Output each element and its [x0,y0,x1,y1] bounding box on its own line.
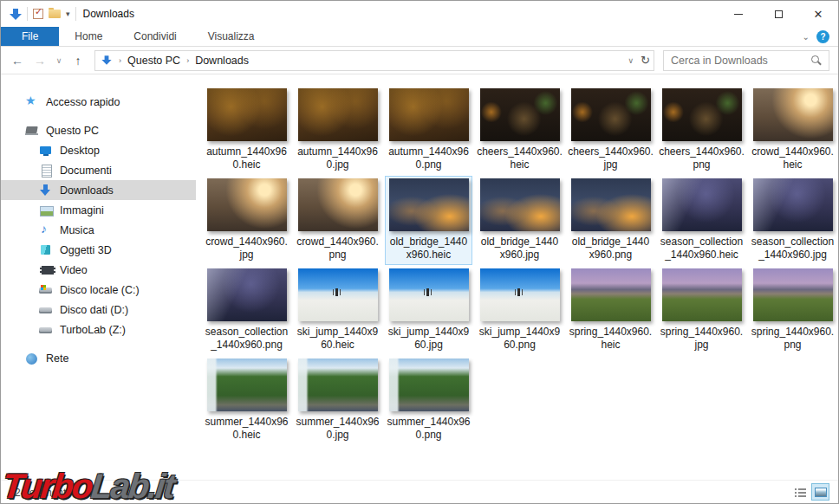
file-name: season_collection _1440x960.png [205,326,288,352]
file-tile[interactable]: old_bridge_1440 x960.png [567,176,654,265]
file-grid: autumn_1440x96 0.heic autumn_1440x96 0.j… [196,74,838,480]
file-name: spring_1440x960. heic [569,326,652,352]
sidebar-item-label: Rete [46,352,68,365]
file-tile[interactable]: summer_1440x96 0.heic [203,356,290,445]
new-folder-icon [49,10,61,18]
thumbnails-view-button[interactable] [811,483,829,501]
sidebar-item[interactable]: Questo PC [1,120,196,140]
qat-customize-chevron-icon[interactable]: ▾ [66,10,70,18]
sidebar-item[interactable]: Oggetti 3D [1,240,196,260]
file-name: crowd_1440x960. png [296,236,379,262]
up-button[interactable]: ↑ [68,54,88,68]
sidebar-item-icon [25,352,39,365]
file-name: summer_1440x96 0.heic [205,416,288,442]
sidebar-item[interactable]: Disco dati (D:) [1,300,196,320]
details-view-icon [795,488,806,497]
refresh-icon[interactable]: ↻ [641,54,650,67]
file-name: summer_1440x96 0.png [387,416,470,442]
downloads-window-icon [10,8,22,21]
file-tile[interactable]: crowd_1440x960. jpg [203,176,290,265]
file-tile[interactable]: summer_1440x96 0.png [385,356,472,445]
breadcrumb-questo-pc[interactable]: Questo PC [127,55,180,67]
file-thumbnail [571,268,651,321]
file-tile[interactable]: ski_jump_1440x9 60.png [476,266,563,355]
ribbon-tab[interactable]: Condividi [118,27,192,46]
details-view-button[interactable] [791,483,810,501]
forward-button[interactable]: → [30,54,49,68]
file-name: spring_1440x960. png [751,326,834,352]
file-name: summer_1440x96 0.jpg [296,416,379,442]
sidebar-item-label: Immagini [60,204,104,216]
sidebar-item-icon [39,283,53,297]
sidebar-item-label: Disco dati (D:) [60,304,128,316]
address-dropdown-chevron-icon[interactable]: ∨ [628,56,634,65]
file-tile[interactable]: season_collection _1440x960.heic [658,176,745,265]
file-name: cheers_1440x960. png [659,145,745,171]
view-toggles [791,483,829,501]
search-box[interactable] [663,50,829,71]
qat-new-folder-button[interactable] [49,1,61,27]
recent-locations-chevron[interactable]: ∨ [53,56,65,65]
file-thumbnail [389,88,469,141]
file-name: autumn_1440x96 0.jpg [297,145,378,171]
search-input[interactable] [671,55,810,67]
file-name: spring_1440x960. jpg [660,326,743,352]
sidebar-item-label: Documenti [60,165,112,177]
file-tile[interactable]: crowd_1440x960. png [294,176,381,265]
breadcrumb-chevron-icon: › [116,56,124,65]
ribbon-tab[interactable]: File [1,27,59,46]
sidebar-item[interactable]: TurboLab (Z:) [1,320,196,339]
sidebar-item[interactable]: Rete [1,348,196,368]
file-tile[interactable]: old_bridge_1440 x960.heic [385,176,472,265]
file-tile[interactable]: cheers_1440x960. heic [476,86,563,175]
file-tile[interactable]: autumn_1440x96 0.jpg [294,86,381,175]
file-tile[interactable]: spring_1440x960. png [749,266,836,355]
sidebar-item-icon [39,164,53,178]
file-thumbnail [753,268,833,321]
file-tile[interactable]: old_bridge_1440 x960.jpg [476,176,563,265]
qat-properties-button[interactable] [33,1,43,27]
sidebar-item[interactable]: Desktop [1,140,196,160]
address-bar[interactable]: › Questo PC › Downloads ∨ ↻ [94,50,654,71]
file-thumbnail [298,178,378,231]
sidebar-item[interactable]: Video [1,260,196,280]
file-tile[interactable]: summer_1440x96 0.jpg [294,356,381,445]
sidebar-item[interactable]: Documenti [1,160,196,180]
file-tile[interactable]: ski_jump_1440x9 60.heic [294,266,381,355]
file-tile[interactable]: spring_1440x960. heic [567,266,654,355]
ribbon-tab[interactable]: Home [59,27,118,46]
sidebar-item[interactable]: Accesso rapido [1,92,196,112]
file-name: season_collection _1440x960.jpg [751,236,834,262]
sidebar-item[interactable]: Downloads [1,180,196,200]
minimize-button[interactable] [719,1,758,27]
navigation-bar: ← → ∨ ↑ › Questo PC › Downloads ∨ ↻ [1,47,838,74]
file-tile[interactable]: autumn_1440x96 0.heic [203,86,290,175]
back-button[interactable]: ← [8,54,27,68]
sidebar-item[interactable]: Disco locale (C:) [1,280,196,300]
file-name: old_bridge_1440 x960.heic [390,236,467,262]
file-name: crowd_1440x960. jpg [205,236,288,262]
file-thumbnail [389,359,469,411]
close-button[interactable]: ✕ [798,1,838,27]
ribbon-expand-chevron-icon[interactable]: ⌄ [803,32,810,42]
file-tile[interactable]: season_collection _1440x960.jpg [749,176,836,265]
close-icon: ✕ [814,9,823,20]
help-button[interactable]: ? [816,30,829,43]
sidebar-item-icon [39,204,53,217]
file-tile[interactable]: spring_1440x960. jpg [658,266,745,355]
sidebar-item[interactable]: Immagini [1,200,196,220]
file-name: ski_jump_1440x9 60.heic [297,326,378,352]
watermark-turbo: Turbo [1,467,94,504]
maximize-button[interactable] [758,1,798,27]
file-tile[interactable]: cheers_1440x960. jpg [567,86,654,175]
file-tile[interactable]: cheers_1440x960. png [658,86,745,175]
sidebar-item[interactable]: Musica [1,220,196,240]
file-tile[interactable]: ski_jump_1440x9 60.jpg [385,266,472,355]
ribbon-tab[interactable]: Visualizza [192,27,270,46]
file-tile[interactable]: season_collection _1440x960.png [203,266,290,355]
sidebar-item-label: Downloads [60,184,114,197]
file-tile[interactable]: crowd_1440x960. heic [749,86,836,175]
turbolab-watermark: TurboLab.it [1,468,175,503]
breadcrumb-downloads[interactable]: Downloads [195,55,249,67]
file-tile[interactable]: autumn_1440x96 0.png [385,86,472,175]
